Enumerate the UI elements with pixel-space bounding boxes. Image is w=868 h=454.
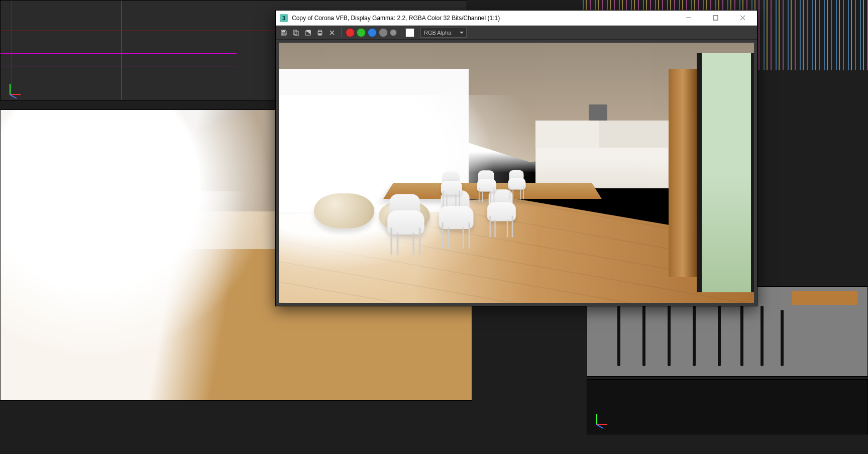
svg-rect-0 <box>713 16 718 20</box>
print-icon[interactable] <box>315 28 325 38</box>
channel-select-label: RGB Alpha <box>424 30 451 36</box>
channel-select[interactable]: RGB Alpha <box>420 28 467 38</box>
channel-mono-button[interactable] <box>390 29 397 36</box>
clear-icon[interactable] <box>327 28 337 38</box>
copy-icon[interactable] <box>291 28 301 38</box>
svg-rect-8 <box>318 34 321 35</box>
channel-green-button[interactable] <box>357 28 366 37</box>
maximize-button[interactable] <box>704 11 727 26</box>
corona-vfb-window[interactable]: 3 Copy of Corona VFB, Display Gamma: 2.2… <box>275 10 757 306</box>
color-swatch[interactable] <box>405 28 414 37</box>
clone-icon[interactable] <box>303 28 313 38</box>
vfb-toolbar: RGB Alpha <box>276 26 757 40</box>
svg-rect-7 <box>318 30 321 32</box>
svg-rect-1 <box>282 31 285 32</box>
channel-blue-button[interactable] <box>368 28 377 37</box>
channel-red-button[interactable] <box>346 28 355 37</box>
axis-gizmo <box>10 80 25 95</box>
render-canvas[interactable] <box>279 43 754 303</box>
channel-alpha-button[interactable] <box>379 28 388 37</box>
close-button[interactable] <box>731 11 754 26</box>
viewport-bottom-right-lower[interactable] <box>587 379 868 434</box>
save-icon[interactable] <box>279 28 289 38</box>
titlebar[interactable]: 3 Copy of Corona VFB, Display Gamma: 2.2… <box>276 11 757 26</box>
app-icon: 3 <box>280 14 288 22</box>
svg-rect-2 <box>282 33 285 35</box>
axis-gizmo <box>596 410 611 425</box>
window-title: Copy of Corona VFB, Display Gamma: 2.2, … <box>292 15 500 22</box>
minimize-button[interactable] <box>677 11 700 26</box>
